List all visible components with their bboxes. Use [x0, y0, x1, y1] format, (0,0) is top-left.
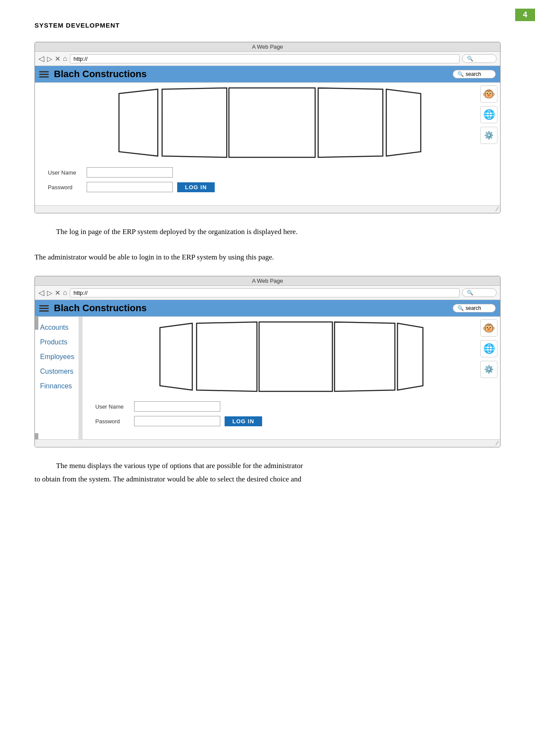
close-button-1[interactable]: ✕ [55, 55, 60, 63]
browser-sidebar-2: Accounts Products Employees Customers Fi… [35, 317, 82, 439]
site-title-1: Blach Constructions [54, 69, 447, 80]
browser-statusbar-2: ⁄ [35, 439, 500, 447]
browser-toolbar-2: ◁ ▷ ✕ ⌂ 🔍 [35, 286, 500, 300]
banner-svg-2 [158, 321, 425, 392]
banner-area-1 [39, 87, 496, 158]
svg-marker-9 [397, 323, 423, 390]
password-input-2[interactable] [134, 416, 220, 426]
password-input-1[interactable] [87, 182, 173, 192]
browser-navbar-2: Blach Constructions 🔍 search [35, 300, 500, 317]
search-icon-2: 🔍 [457, 305, 464, 311]
forward-button-2[interactable]: ▷ [47, 289, 52, 297]
hamburger-menu-2[interactable] [39, 305, 49, 312]
banner-svg-1 [106, 87, 429, 158]
search-label-2: search [466, 305, 481, 311]
svg-marker-5 [160, 323, 192, 390]
paragraph-3: The menu displays the various type of op… [34, 459, 501, 473]
password-row-2: Password LOG IN [95, 416, 496, 426]
hamburger-menu-1[interactable] [39, 71, 49, 78]
monkey-icon-badge-1[interactable]: 🐵 [480, 85, 497, 103]
browser-toolbar-1: ◁ ▷ ✕ ⌂ 🔍 [35, 52, 500, 66]
browser-titlebar-1: A Web Page [35, 42, 500, 52]
svg-marker-4 [386, 89, 421, 156]
sidebar-item-accounts[interactable]: Accounts [35, 320, 82, 335]
sidebar-item-customers[interactable]: Customers [35, 364, 82, 379]
sidebar-item-employees[interactable]: Employees [35, 350, 82, 364]
username-label-1: User Name [48, 169, 82, 176]
svg-marker-8 [335, 322, 395, 391]
sidebar-item-finnances[interactable]: Finnances [35, 379, 82, 394]
home-button-2[interactable]: ⌂ [63, 289, 67, 297]
search-icon-toolbar-2: 🔍 [467, 290, 473, 296]
right-icons-2: 🐵 🌐 ⚙️ [480, 319, 497, 378]
section-title: SYSTEM DEVELOPMENT [34, 22, 501, 29]
login-form-1: User Name Password LOG IN [39, 165, 496, 201]
browser-statusbar-1: ⁄ [35, 205, 500, 213]
toolbar-search-1[interactable]: 🔍 [462, 54, 497, 63]
svg-marker-3 [318, 88, 383, 157]
svg-rect-7 [259, 322, 332, 391]
scrollbar-track-2 [78, 317, 82, 439]
username-input-2[interactable] [134, 401, 220, 412]
url-bar-1[interactable] [70, 54, 460, 63]
browser-main-2: User Name Password LOG IN [82, 317, 500, 439]
monkey-icon-2: 🐵 [482, 322, 495, 334]
globe-icon-2: 🌐 [483, 343, 495, 354]
settings-icon-2: ⚙️ [484, 365, 494, 374]
password-row-1: Password LOG IN [48, 182, 496, 192]
browser-navbar-1: Blach Constructions 🔍 search [35, 66, 500, 83]
username-row-2: User Name [95, 401, 496, 412]
search-icon-1: 🔍 [457, 71, 464, 77]
login-button-1[interactable]: LOG IN [177, 182, 215, 192]
settings-icon-1: ⚙️ [484, 131, 494, 140]
banner-area-2 [87, 321, 496, 392]
home-button-1[interactable]: ⌂ [63, 55, 67, 62]
sidebar-item-products[interactable]: Products [35, 335, 82, 350]
browser-2: A Web Page ◁ ▷ ✕ ⌂ 🔍 Blach Constructions… [34, 276, 501, 447]
globe-icon-1: 🌐 [483, 109, 495, 120]
search-label-1: search [466, 71, 481, 77]
page-number: 4 [515, 9, 535, 21]
statusbar-icon-1: ⁄ [497, 206, 497, 213]
login-form-2: User Name Password LOG IN [87, 399, 496, 435]
site-title-2: Blach Constructions [54, 303, 447, 314]
username-input-1[interactable] [87, 167, 173, 178]
paragraph-2: The administrator would be able to login… [34, 251, 501, 264]
close-button-2[interactable]: ✕ [55, 289, 60, 297]
url-bar-2[interactable] [70, 288, 460, 297]
search-widget-1[interactable]: 🔍 search [453, 70, 496, 78]
monkey-icon-badge-2[interactable]: 🐵 [480, 319, 497, 337]
paragraph-1: The log in page of the ERP system deploy… [34, 225, 501, 239]
globe-icon-badge-1[interactable]: 🌐 [480, 106, 497, 123]
back-button-2[interactable]: ◁ [38, 288, 44, 297]
scrollbar-thumb-top-2 [35, 317, 38, 330]
svg-marker-6 [197, 322, 257, 391]
globe-icon-badge-2[interactable]: 🌐 [480, 340, 497, 357]
settings-icon-badge-1[interactable]: ⚙️ [480, 127, 497, 144]
toolbar-search-2[interactable]: 🔍 [462, 288, 497, 297]
monkey-icon-1: 🐵 [482, 88, 495, 100]
scrollbar-thumb-bottom-2 [35, 433, 38, 439]
svg-marker-0 [119, 89, 158, 156]
password-label-1: Password [48, 184, 82, 191]
username-label-2: User Name [95, 403, 130, 410]
username-row-1: User Name [48, 167, 496, 178]
svg-marker-1 [162, 88, 227, 157]
browser-main-1: User Name Password LOG IN [35, 83, 500, 205]
browser-content-1: User Name Password LOG IN 🐵 🌐 ⚙️ [35, 83, 500, 205]
browser-1: A Web Page ◁ ▷ ✕ ⌂ 🔍 Blach Constructions… [34, 42, 501, 213]
browser-titlebar-2: A Web Page [35, 276, 500, 286]
back-button-1[interactable]: ◁ [38, 54, 44, 63]
search-icon-toolbar-1: 🔍 [467, 56, 473, 62]
forward-button-1[interactable]: ▷ [47, 55, 52, 63]
password-label-2: Password [95, 418, 130, 425]
search-widget-2[interactable]: 🔍 search [453, 304, 496, 312]
login-button-2[interactable]: LOG IN [225, 416, 262, 426]
paragraph-4: to obtain from the system. The administr… [34, 473, 501, 486]
statusbar-icon-2: ⁄ [497, 440, 497, 447]
browser-content-2: Accounts Products Employees Customers Fi… [35, 317, 500, 439]
svg-rect-2 [229, 88, 315, 157]
settings-icon-badge-2[interactable]: ⚙️ [480, 361, 497, 378]
right-icons-1: 🐵 🌐 ⚙️ [480, 85, 497, 144]
